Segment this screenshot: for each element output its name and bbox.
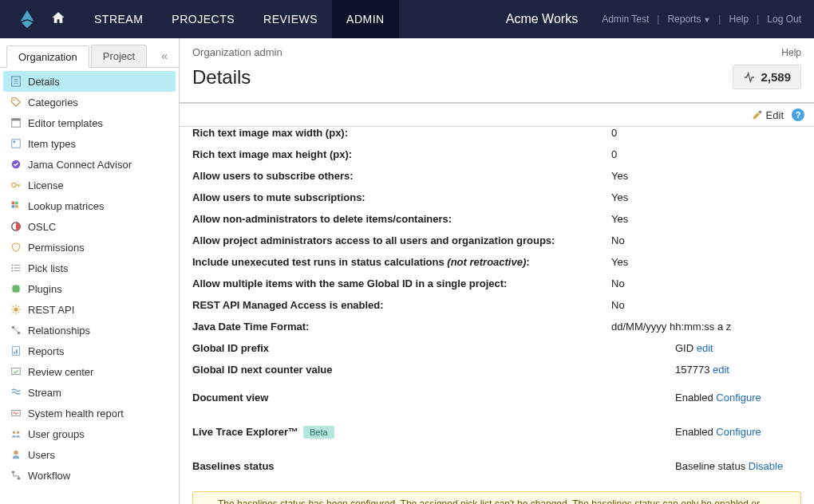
reports-link[interactable]: Reports▼ <box>662 14 715 25</box>
breadcrumb: Organization admin <box>192 46 283 58</box>
detail-row: Allow users to subscribe others:Yes <box>180 165 814 187</box>
nav-right: Admin Test | Reports▼ | Help | Log Out <box>597 14 814 25</box>
link-edit[interactable]: edit <box>713 364 729 376</box>
sidebar-item-plugins[interactable]: Plugins <box>3 278 176 299</box>
sidebar-item-users[interactable]: Users <box>3 444 176 465</box>
link-disable[interactable]: Disable <box>749 460 783 472</box>
sidebar-item-system-health-report[interactable]: System health report <box>3 403 176 423</box>
svg-rect-13 <box>12 202 15 205</box>
sidebar-item-workflow[interactable]: Workflow <box>3 465 176 486</box>
svg-point-34 <box>17 431 20 435</box>
detail-value: 0 <box>611 148 801 160</box>
link-configure[interactable]: Configure <box>716 392 761 404</box>
detail-row: Allow project administrators access to a… <box>180 230 814 251</box>
sidebar-item-permissions[interactable]: Permissions <box>3 237 176 258</box>
counter-value: 2,589 <box>761 70 791 84</box>
rel-icon <box>10 324 22 337</box>
detail-row: Global ID prefixGID edit <box>180 337 814 359</box>
sidebar-item-reports[interactable]: Reports <box>3 341 176 361</box>
sidebar-item-label: Categories <box>28 96 78 108</box>
sidebar-item-stream[interactable]: Stream <box>3 382 176 403</box>
sidebar-item-pick-lists[interactable]: Pick lists <box>3 258 176 278</box>
puzzle-icon <box>10 282 22 295</box>
toolbar: Edit ? <box>180 104 814 127</box>
sidebar: OrganizationProject « DetailsCategoriesE… <box>0 38 180 504</box>
link-configure[interactable]: Configure <box>716 426 761 438</box>
svg-point-21 <box>11 265 13 266</box>
detail-row: Document viewEnabled Configure <box>180 380 814 415</box>
detail-value: 157773 edit <box>611 364 801 376</box>
sidebar-item-license[interactable]: License <box>3 175 176 195</box>
sidebar-item-rest-api[interactable]: REST API <box>3 299 176 320</box>
nav-projects[interactable]: PROJECTS <box>157 0 249 38</box>
sidebar-item-editor-templates[interactable]: Editor templates <box>3 112 176 133</box>
detail-label: REST API Managed Access is enabled: <box>192 299 611 311</box>
svg-point-10 <box>12 183 16 187</box>
tab-project[interactable]: Project <box>91 45 147 67</box>
detail-label: Allow users to mute subscriptions: <box>192 191 611 203</box>
detail-value: Yes <box>611 170 801 182</box>
key-icon <box>10 179 22 191</box>
collapse-icon[interactable]: « <box>161 49 168 62</box>
detail-label: Global ID prefix <box>192 342 611 354</box>
user-icon <box>10 448 22 461</box>
picklist-icon <box>10 262 22 274</box>
sidebar-item-label: Item types <box>28 138 76 150</box>
health-icon <box>10 407 22 419</box>
nav-admin[interactable]: ADMIN <box>332 0 399 38</box>
edit-icon <box>752 109 763 120</box>
sidebar-item-details[interactable]: Details <box>3 71 176 92</box>
logo[interactable] <box>13 5 41 33</box>
detail-row: Global ID next counter value157773 edit <box>180 359 814 380</box>
detail-label: Include unexecuted test runs in status c… <box>192 256 611 268</box>
detail-row: Allow non-administrators to delete items… <box>180 208 814 230</box>
sidebar-item-label: Relationships <box>28 325 90 337</box>
detail-row: Include unexecuted test runs in status c… <box>180 251 814 273</box>
svg-rect-30 <box>16 349 18 353</box>
detail-value: dd/MM/yyyy hh:mm:ss a z <box>611 321 801 333</box>
report-icon <box>10 345 22 357</box>
edit-button[interactable]: Edit <box>752 109 784 121</box>
detail-label: Allow project administrators access to a… <box>192 234 611 246</box>
sidebar-item-relationships[interactable]: Relationships <box>3 320 176 341</box>
sidebar-item-label: Details <box>28 76 60 88</box>
detail-label: Global ID next counter value <box>192 364 611 376</box>
sidebar-item-review-center[interactable]: Review center <box>3 361 176 382</box>
svg-line-27 <box>14 328 18 332</box>
detail-label: Document view <box>192 392 611 404</box>
svg-rect-29 <box>14 352 15 354</box>
sidebar-item-label: Workflow <box>28 470 70 482</box>
sidebar-item-user-groups[interactable]: User groups <box>3 423 176 444</box>
detail-row: Baselines statusBaseline status Disable <box>180 449 814 483</box>
tab-organization[interactable]: Organization <box>6 45 89 68</box>
link-edit[interactable]: edit <box>697 342 713 354</box>
detail-label: Allow multiple items with the same Globa… <box>192 278 611 289</box>
sidebar-item-lookup-matrices[interactable]: Lookup matrices <box>3 195 176 216</box>
detail-label: Allow users to subscribe others: <box>192 170 611 182</box>
chevron-down-icon: ▼ <box>703 16 710 24</box>
sidebar-item-jama-connect-advisor[interactable]: Jama Connect Advisor <box>3 154 176 175</box>
detail-value: GID edit <box>611 342 801 354</box>
logout-link[interactable]: Log Out <box>762 14 814 25</box>
sidebar-item-item-types[interactable]: Item types <box>3 133 176 154</box>
info-icon[interactable]: ? <box>792 108 804 121</box>
detail-value: No <box>611 299 801 311</box>
sidebar-item-label: REST API <box>28 304 74 316</box>
sidebar-tree: DetailsCategoriesEditor templatesItem ty… <box>0 68 179 504</box>
sidebar-item-categories[interactable]: Categories <box>3 92 176 112</box>
groups-icon <box>10 427 22 440</box>
beta-badge: Beta <box>303 426 334 439</box>
warning-text: The baselines status has been configured… <box>218 498 792 504</box>
user-link[interactable]: Admin Test <box>597 14 654 25</box>
help-link[interactable]: Help <box>724 14 753 25</box>
sidebar-item-label: Stream <box>28 387 61 399</box>
svg-point-23 <box>11 270 13 272</box>
oslc-icon <box>10 220 22 233</box>
home-icon[interactable] <box>51 10 65 29</box>
sidebar-item-oslc[interactable]: OSLC <box>3 216 176 237</box>
nav-stream[interactable]: STREAM <box>80 0 157 38</box>
detail-label: Java Date Time Format: <box>192 321 611 333</box>
detail-row: REST API Managed Access is enabled:No <box>180 294 814 316</box>
content-help-link[interactable]: Help <box>781 47 801 58</box>
nav-reviews[interactable]: REVIEWS <box>249 0 332 38</box>
